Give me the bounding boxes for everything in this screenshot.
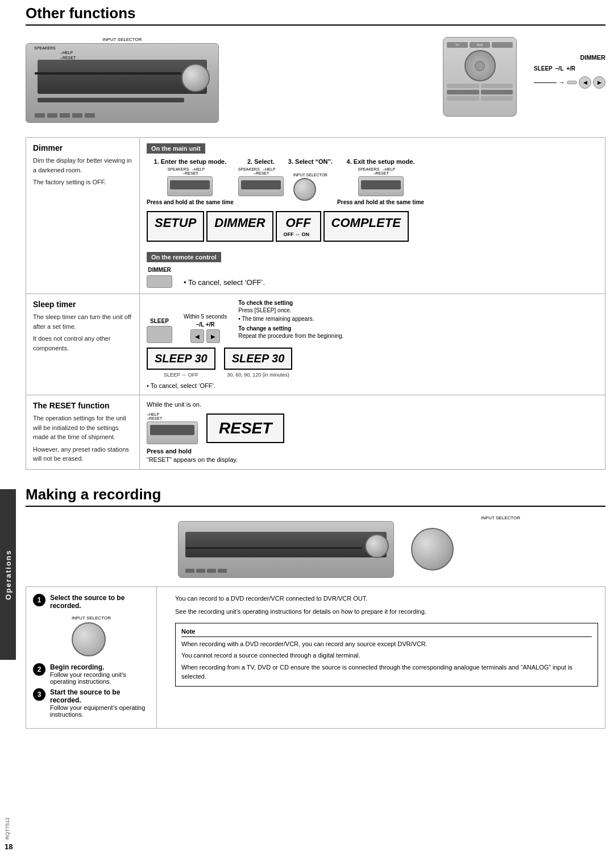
note-box: Note When recording with a DVD recorder/… bbox=[175, 623, 598, 687]
press-sleep-once: Press [SLEEP] once. bbox=[238, 306, 343, 315]
step2-number: 2 bbox=[33, 663, 45, 676]
nav-right-btn[interactable]: ▶ bbox=[206, 329, 220, 343]
display-setup: SETUP bbox=[147, 211, 204, 242]
dimmer-steps-row: 1. Enter the setup mode. SPEAKERS –HELP … bbox=[147, 158, 598, 206]
dimmer-top-label: DIMMER bbox=[534, 54, 605, 61]
step1-number: 1 bbox=[33, 594, 45, 606]
dimmer-step4-label: 4. Exit the setup mode. bbox=[347, 158, 415, 165]
cancel-note-text: • To cancel, select ‘OFF’. bbox=[184, 278, 265, 287]
input-selector-label-step1: INPUT SELECTOR bbox=[72, 615, 111, 621]
recording-header: Making a recording bbox=[26, 481, 605, 507]
sleep-display-box-1: SLEEP 30 bbox=[147, 348, 215, 370]
reset-appears: “RESET” appears on the display. bbox=[147, 456, 598, 463]
reset-left: The RESET function The operation setting… bbox=[26, 395, 140, 469]
display-dimmer: DIMMER bbox=[206, 211, 273, 242]
step1-input-selector: INPUT SELECTOR bbox=[33, 615, 150, 656]
other-functions-title: Other functions bbox=[26, 5, 136, 22]
main-unit-diagram: SPEAKERS –HELP –RESET bbox=[26, 43, 219, 123]
display-complete: COMPLETE bbox=[323, 211, 409, 242]
dimmer-remote-btn[interactable] bbox=[147, 275, 172, 288]
step3-number: 3 bbox=[33, 688, 45, 701]
speakers-mini2: SPEAKERS –HELP –RESET bbox=[238, 167, 284, 175]
sleep-display-box-2: SLEEP 30 bbox=[224, 348, 293, 370]
note-text3: When recording from a TV, DVD or CD ensu… bbox=[181, 663, 592, 681]
sleep-displays: SLEEP 30 SLEEP ↔ OFF SLEEP 30 30, 60, 90… bbox=[147, 348, 598, 378]
speakers-mini: SPEAKERS –HELP –RESET bbox=[167, 167, 213, 175]
sleep-row: Sleep timer The sleep timer can turn the… bbox=[26, 294, 605, 395]
reset-row: The RESET function The operation setting… bbox=[26, 395, 605, 469]
recording-content-area: 1 Select the source to be recorded. INPU… bbox=[26, 586, 605, 729]
btn-dimmer-rect[interactable] bbox=[567, 81, 577, 84]
recording-diagram: INPUT SELECTOR bbox=[26, 512, 605, 586]
display-off: OFF OFF ↔ ON bbox=[276, 211, 321, 242]
dimmer-step1-label: 1. Enter the setup mode. bbox=[154, 158, 227, 165]
press-hold-reset: Press and hold bbox=[147, 448, 598, 454]
dimmer-labels-area: DIMMER SLEEP –/L +/R → ◀ ▶ bbox=[534, 37, 605, 89]
sleep-title: Sleep timer bbox=[33, 300, 132, 309]
recording-main-device bbox=[178, 521, 394, 578]
page-number: 18 bbox=[5, 842, 13, 851]
recording-steps-left: 1 Select the source to be recorded. INPU… bbox=[26, 587, 157, 728]
reset-right: While the unit is on. –HELP–RESET RESET bbox=[140, 395, 605, 469]
dimmer-remote-label: DIMMER bbox=[148, 267, 171, 273]
recording-title: Making a recording bbox=[26, 486, 161, 503]
mini-device-2 bbox=[238, 176, 284, 196]
sleep-controls-row: SLEEP Within 5 seconds –/L +/R ◀ ▶ bbox=[147, 300, 598, 343]
check-setting-text: Press [SLEEP] once. • The time remaining… bbox=[238, 306, 343, 323]
sleep-display-2: SLEEP 30 30, 60, 90, 120 (in minutes) bbox=[224, 348, 293, 378]
on-main-unit-header: On the main unit bbox=[147, 143, 205, 154]
dimmer-row: Dimmer Dim the display for better viewin… bbox=[26, 138, 605, 294]
dimmer-desc2: The factory setting is OFF. bbox=[33, 177, 132, 187]
sleep-cancel-note: • To cancel, select ‘OFF’. bbox=[147, 382, 598, 389]
change-setting-title: To change a setting bbox=[238, 325, 343, 332]
functions-table: Dimmer Dim the display for better viewin… bbox=[26, 137, 605, 470]
recording-intro: You can record to a DVD recorder/VCR con… bbox=[175, 594, 598, 604]
display-boxes-row: SETUP DIMMER OFF OFF ↔ ON COMPLETE bbox=[147, 211, 598, 242]
sleep-desc1: The sleep timer can turn the unit off af… bbox=[33, 312, 132, 331]
input-selector-top-label: INPUT SELECTOR bbox=[26, 37, 219, 42]
minus-l-label: –/L bbox=[555, 65, 563, 72]
within-label: Within 5 seconds bbox=[184, 313, 227, 320]
main-unit-knob bbox=[181, 64, 210, 92]
reset-controls: –HELP–RESET RESET bbox=[147, 412, 598, 444]
press-hold-1: Press and hold at the same time bbox=[147, 199, 234, 206]
remote-control-area: DIMMER • To cancel, select ‘OFF’. bbox=[147, 267, 598, 288]
sleep-display-1: SLEEP 30 SLEEP ↔ OFF bbox=[147, 348, 215, 378]
sleep-label-top: SLEEP bbox=[534, 65, 553, 72]
input-selector-recording-label: INPUT SELECTOR bbox=[481, 515, 520, 520]
speakers-label-diagram: SPEAKERS bbox=[34, 46, 56, 51]
step1-title: Select the source to be recorded. bbox=[50, 594, 150, 610]
btn-right-circle[interactable]: ▶ bbox=[593, 76, 605, 89]
dimmer-step1: 1. Enter the setup mode. SPEAKERS –HELP … bbox=[147, 158, 234, 206]
mini-device-4 bbox=[358, 176, 404, 196]
help-reset-label-diagram: –HELP –RESET bbox=[60, 46, 76, 60]
check-setting-area: To check the setting Press [SLEEP] once.… bbox=[238, 300, 343, 343]
dimmer-left: Dimmer Dim the display for better viewin… bbox=[26, 138, 140, 294]
plus-r-label: +/R bbox=[566, 65, 575, 72]
sidebar-label: Operations bbox=[4, 549, 13, 600]
note-title: Note bbox=[181, 628, 592, 637]
rqt-code: RQT7512 bbox=[5, 817, 10, 840]
mini-device-1 bbox=[167, 176, 213, 196]
recording-detail: See the recording unit’s operating instr… bbox=[175, 607, 598, 617]
sleep-button[interactable] bbox=[147, 326, 172, 343]
on-remote-control-header: On the remote control bbox=[147, 252, 221, 262]
dimmer-step4: 4. Exit the setup mode. SPEAKERS –HELP –… bbox=[337, 158, 424, 206]
step2-entry: 2 Begin recording. Follow your recording… bbox=[33, 663, 150, 685]
dimmer-step2: 2. Select. SPEAKERS –HELP –RESET bbox=[238, 158, 284, 196]
recording-section: Making a recording INPUT SELECTOR bbox=[26, 481, 605, 729]
reset-device-diagram: –HELP–RESET bbox=[147, 412, 198, 444]
dimmer-step3-label: 3. Select “ON”. bbox=[288, 158, 333, 165]
lr-label: –/L +/R bbox=[196, 321, 215, 328]
btn-left-circle[interactable]: ◀ bbox=[579, 76, 591, 89]
minutes-note: 30, 60, 90, 120 (in minutes) bbox=[227, 372, 289, 378]
other-functions-header: Other functions bbox=[26, 0, 605, 26]
sleep-off-label: SLEEP ↔ OFF bbox=[164, 372, 198, 378]
nav-left-btn[interactable]: ◀ bbox=[190, 329, 204, 343]
note-text2: You cannot record a source connected thr… bbox=[181, 651, 592, 660]
reset-desc1: The operation settings for the unit will… bbox=[33, 414, 132, 442]
cancel-note: • To cancel, select ‘OFF’. bbox=[184, 267, 265, 287]
reset-mini-device bbox=[147, 421, 198, 444]
step2-title: Begin recording. bbox=[50, 663, 150, 671]
recording-input-selector-knob bbox=[411, 528, 454, 571]
